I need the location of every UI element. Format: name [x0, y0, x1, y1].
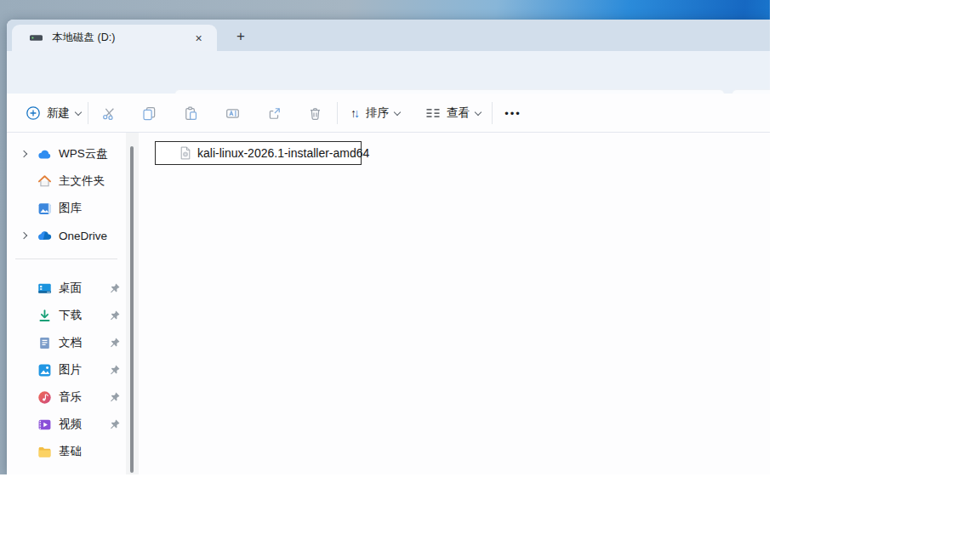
sidebar-item-jichu-folder[interactable]: 基础: [7, 440, 126, 463]
ellipsis-icon: •••: [504, 107, 521, 120]
tab-title: 本地磁盘 (D:): [52, 31, 115, 45]
plus-circle-icon: [26, 105, 41, 121]
chevron-down-icon: [75, 108, 82, 115]
toolbar-divider: [492, 102, 493, 124]
navigation-bar: ← → ↑: [7, 51, 770, 94]
sidebar-item-label: 主文件夹: [59, 173, 105, 189]
sidebar-item-label: 基础: [59, 444, 82, 459]
sidebar-item-wps-cloud[interactable]: WPS云盘: [7, 142, 126, 166]
toolbar-divider: [88, 102, 88, 124]
sidebar-item-desktop[interactable]: 桌面: [7, 276, 126, 300]
rename-icon: [225, 106, 240, 121]
video-icon: [37, 418, 52, 432]
desktop-icon: [37, 281, 52, 296]
scrollbar-thumb[interactable]: [130, 146, 134, 473]
file-explorer-window: 本地磁盘 (D:) × + ← → ↑: [7, 20, 770, 474]
pin-icon: [109, 337, 121, 349]
sort-arrows-icon: ↑↓: [350, 106, 357, 120]
sidebar-item-label: 图片: [59, 362, 82, 378]
chevron-right-icon: [20, 232, 27, 239]
pin-icon: [109, 310, 121, 321]
command-toolbar: 新建: [7, 94, 770, 133]
sidebar-item-label: OneDrive: [59, 230, 107, 242]
sidebar-scrollbar[interactable]: [126, 133, 139, 474]
sidebar-item-pictures[interactable]: 图片: [7, 358, 126, 382]
sidebar-item-label: 桌面: [59, 281, 82, 296]
sidebar-item-gallery[interactable]: 图库: [7, 196, 126, 220]
view-lines-icon: [425, 107, 441, 119]
disc-image-file-icon: [179, 146, 192, 160]
music-icon: [37, 390, 52, 405]
pin-icon: [109, 418, 121, 430]
sidebar-item-music[interactable]: 音乐: [7, 385, 126, 409]
copy-button[interactable]: [134, 99, 163, 128]
delete-button[interactable]: [300, 99, 329, 128]
pin-icon: [109, 282, 121, 294]
sort-button[interactable]: ↑↓ 排序: [345, 99, 405, 128]
captured-region: 本地磁盘 (D:) × + ← → ↑: [0, 0, 770, 474]
pin-icon: [109, 364, 121, 376]
toolbar-divider: [337, 102, 338, 124]
sidebar-item-label: 图库: [59, 201, 82, 216]
tab-close-button[interactable]: ×: [191, 30, 207, 46]
sort-button-label: 排序: [366, 105, 389, 121]
view-button[interactable]: 查看: [420, 99, 486, 128]
cut-scissors-icon: [102, 106, 117, 121]
rename-button[interactable]: [218, 99, 247, 128]
download-icon: [37, 309, 52, 323]
navigation-pane: WPS云盘 主文件夹: [7, 133, 126, 474]
sidebar-item-label: WPS云盘: [59, 146, 108, 162]
sidebar-item-documents[interactable]: 文档: [7, 331, 126, 355]
chevron-down-icon: [394, 108, 401, 115]
pin-icon: [109, 391, 121, 403]
screen-canvas: 本地磁盘 (D:) × + ← → ↑: [0, 0, 980, 551]
paste-button[interactable]: [176, 99, 205, 128]
more-options-button[interactable]: •••: [498, 99, 528, 128]
chevron-right-icon: [20, 151, 27, 157]
wps-cloud-icon: [37, 147, 52, 162]
file-item-selected[interactable]: kali-linux-2026.1-installer-amd64: [155, 141, 362, 165]
copy-icon: [142, 106, 157, 121]
new-button-label: 新建: [47, 105, 70, 121]
window-body: WPS云盘 主文件夹: [7, 133, 770, 474]
file-name: kali-linux-2026.1-installer-amd64: [197, 146, 369, 160]
view-button-label: 查看: [447, 105, 470, 121]
hard-drive-icon: [29, 31, 43, 44]
chevron-down-icon: [475, 108, 481, 115]
onedrive-cloud-icon: [37, 229, 52, 243]
folder-icon: [37, 445, 52, 459]
pictures-icon: [37, 363, 52, 378]
new-button[interactable]: 新建: [20, 99, 86, 128]
home-icon: [37, 174, 52, 189]
share-button[interactable]: [259, 99, 288, 128]
share-icon: [267, 106, 282, 121]
cut-button[interactable]: [94, 99, 123, 128]
trash-icon: [308, 106, 322, 121]
paste-clipboard-icon: [184, 106, 198, 121]
sidebar-item-downloads[interactable]: 下载: [7, 304, 126, 327]
sidebar-item-label: 视频: [59, 417, 82, 432]
sidebar-item-label: 文档: [59, 335, 82, 350]
sidebar-item-videos[interactable]: 视频: [7, 412, 126, 436]
new-tab-button[interactable]: +: [230, 26, 252, 47]
gallery-icon: [37, 202, 52, 216]
sidebar-item-onedrive[interactable]: OneDrive: [7, 224, 126, 247]
document-icon: [37, 336, 52, 350]
sidebar-item-home[interactable]: 主文件夹: [7, 169, 126, 193]
tab-local-disk-d[interactable]: 本地磁盘 (D:) ×: [12, 25, 217, 51]
sidebar-item-label: 音乐: [59, 389, 82, 405]
sidebar-item-label: 下载: [59, 308, 82, 323]
sidebar-divider: [15, 258, 117, 259]
file-list-area[interactable]: kali-linux-2026.1-installer-amd64: [139, 133, 770, 474]
tab-strip: 本地磁盘 (D:) × +: [7, 20, 770, 51]
